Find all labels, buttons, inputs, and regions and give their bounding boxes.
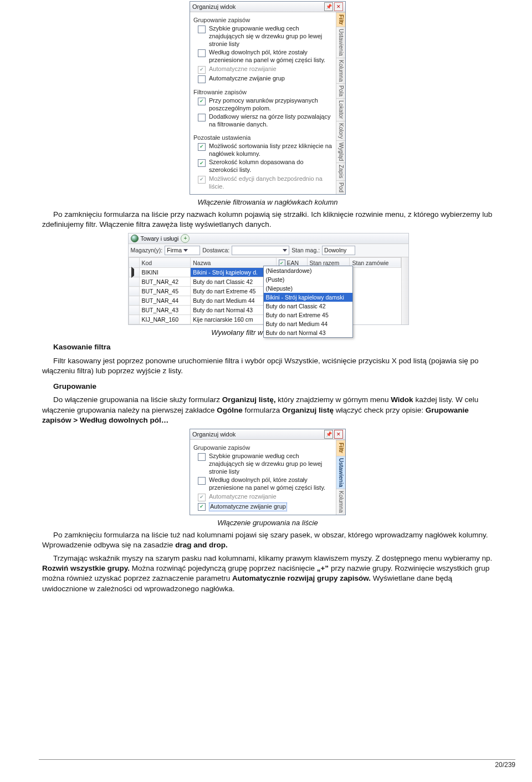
dd-item[interactable]: Buty do nart Medium 44	[264, 319, 352, 328]
dialog-organize-view-2: Organizuj widok 📌 ✕ Grupowanie zapisów ✔…	[190, 429, 346, 515]
combo-magazyn[interactable]: Firma	[165, 246, 200, 255]
combo-stanmag[interactable]: Dowolny	[322, 246, 355, 255]
caption-1: Włączenie filtrowania w nagłówkach kolum…	[42, 198, 493, 206]
combo-dostawca[interactable]	[232, 246, 289, 255]
module-title: Towary i usługi	[141, 235, 179, 242]
col-marker	[129, 257, 139, 268]
column-filter-dropdown[interactable]: (Niestandardowe) (Puste) (Niepuste) Biki…	[263, 266, 353, 338]
heading-kasowanie: Kasowanie filtra	[42, 342, 493, 352]
tab-filtr[interactable]: Filtr	[336, 12, 345, 27]
tab-lokator[interactable]: Lokator	[336, 98, 345, 120]
tab-zapis[interactable]: Zapis	[336, 163, 345, 180]
paragraph-filter-arrows: Po zamknięciu formularza na liście przy …	[42, 210, 493, 230]
dd-item-selected[interactable]: Bikini - Strój kąpielowy damski	[264, 293, 352, 302]
scrollbar-vertical[interactable]	[401, 257, 408, 325]
add-icon[interactable]: +	[181, 234, 190, 243]
section-grouping: Grupowanie zapisów	[193, 444, 332, 451]
dd-item[interactable]: Butv do nart Normal 43	[264, 328, 352, 337]
opt-auto-expand: ✔Automatyczne rozwijanie	[198, 65, 332, 74]
tab-ustawienia[interactable]: Ustawienia	[336, 456, 345, 489]
close-icon[interactable]: ✕	[334, 430, 343, 439]
opt-sort-click[interactable]: ✔Możliwość sortowania listy przez klikni…	[198, 143, 332, 158]
tab-ustawienia[interactable]: Ustawienia	[336, 27, 345, 58]
opt-grouping-tree[interactable]: ✔Szybkie grupowanie według cech znajdują…	[198, 453, 332, 475]
dialog2-titlebar[interactable]: Organizuj widok 📌 ✕	[190, 429, 345, 440]
pin-icon[interactable]: 📌	[324, 430, 333, 439]
label-magazyn: Magazyn(y):	[131, 247, 163, 253]
tab-wyglad[interactable]: Wygląd	[336, 140, 345, 163]
tab-kolumna[interactable]: Kolumna	[336, 489, 345, 514]
dd-item[interactable]: (Niestandardowe)	[264, 266, 352, 275]
opt-grouping-panel[interactable]: ✔Według dowolnych pól, które zostały prz…	[198, 476, 332, 492]
caption-3: Włączenie grupowania na liście	[42, 519, 493, 527]
col-stan-zamowie[interactable]: Stan zamówie	[350, 257, 401, 268]
opt-grouping-panel[interactable]: ✔Według dowolnych pól, które zostały prz…	[198, 49, 332, 64]
opt-auto-collapse[interactable]: ✔Automatyczne zwijanie grup	[198, 502, 332, 511]
opt-grouping-tree[interactable]: ✔Szybkie grupowanie według cech znajdują…	[198, 25, 332, 48]
section-filtering: Filtrowanie zapisów	[193, 89, 332, 95]
filter-bar: Magazyn(y): Firma Dostawca: Stan mag.: D…	[129, 244, 408, 257]
tab-pod[interactable]: Pod	[336, 180, 345, 194]
dd-item[interactable]: (Niepuste)	[264, 284, 352, 293]
dialog1-title-text: Organizuj widok	[192, 2, 323, 12]
page-footer: 20/239	[39, 759, 515, 769]
opt-inline-edit: ✔Możliwość edycji danych bezpośrednio na…	[198, 175, 332, 191]
tab-pola[interactable]: Pola	[336, 83, 345, 98]
opt-filter-row[interactable]: ✔Dodatkowy wiersz na górze listy pozwala…	[198, 113, 332, 129]
section-other: Pozostałe ustawienia	[193, 134, 332, 141]
dialog1-side-tabs: Filtr Ustawienia Kolumna Pola Lokator Ko…	[336, 12, 345, 194]
tab-kolory[interactable]: Kolory	[336, 121, 345, 140]
paragraph-drag-drop: Po zamknięciu formularza na liście tuż n…	[42, 530, 493, 550]
dd-item[interactable]: Buty do nart Extreme 45	[264, 311, 352, 319]
dialog2-side-tabs: Filtr Ustawienia Kolumna	[336, 440, 345, 515]
opt-filter-conditions[interactable]: ✔Przy pomocy warunków przypisywanych pos…	[198, 97, 332, 113]
tab-filtr[interactable]: Filtr	[336, 440, 345, 456]
heading-grupowanie: Grupowanie	[42, 382, 493, 392]
chevron-down-icon	[283, 249, 287, 252]
pin-icon[interactable]: 📌	[324, 2, 333, 11]
dd-item[interactable]: Buty do nart Classic 42	[264, 302, 352, 311]
close-icon[interactable]: ✕	[334, 2, 343, 11]
module-icon	[131, 235, 139, 242]
dialog-organize-view-1: Organizuj widok 📌 ✕ Grupowanie zapisów ✔…	[190, 1, 346, 195]
section-grouping: Grupowanie zapisów	[193, 17, 332, 23]
dd-item[interactable]: (Puste)	[264, 275, 352, 284]
label-stanmag: Stan mag.:	[291, 247, 320, 253]
col-kod[interactable]: Kod	[139, 257, 191, 268]
opt-auto-collapse[interactable]: ✔Automatyczne zwijanie grup	[198, 75, 332, 83]
paragraph-kasowanie: Filtr kasowany jest poprzez ponowne uruc…	[42, 356, 493, 376]
dialog1-titlebar[interactable]: Organizuj widok 📌 ✕	[190, 2, 345, 12]
tab-kolumna[interactable]: Kolumna	[336, 58, 345, 83]
paragraph-expand-groups: Trzymając wskaźnik myszy na szarym pasku…	[42, 554, 493, 594]
module-header: Towary i usługi +	[129, 233, 408, 244]
chevron-down-icon	[183, 249, 188, 252]
opt-auto-expand: ✔Automatyczne rozwijanie	[198, 493, 332, 501]
paragraph-grupowanie: Do włączenie grupowania na liście służy …	[42, 395, 493, 425]
label-dostawca: Dostawca:	[202, 247, 229, 253]
dialog2-title-text: Organizuj widok	[192, 429, 323, 439]
opt-fit-columns[interactable]: ✔Szerokość kolumn dopasowana do szerokoś…	[198, 159, 332, 174]
page-number: 20/239	[495, 761, 515, 769]
